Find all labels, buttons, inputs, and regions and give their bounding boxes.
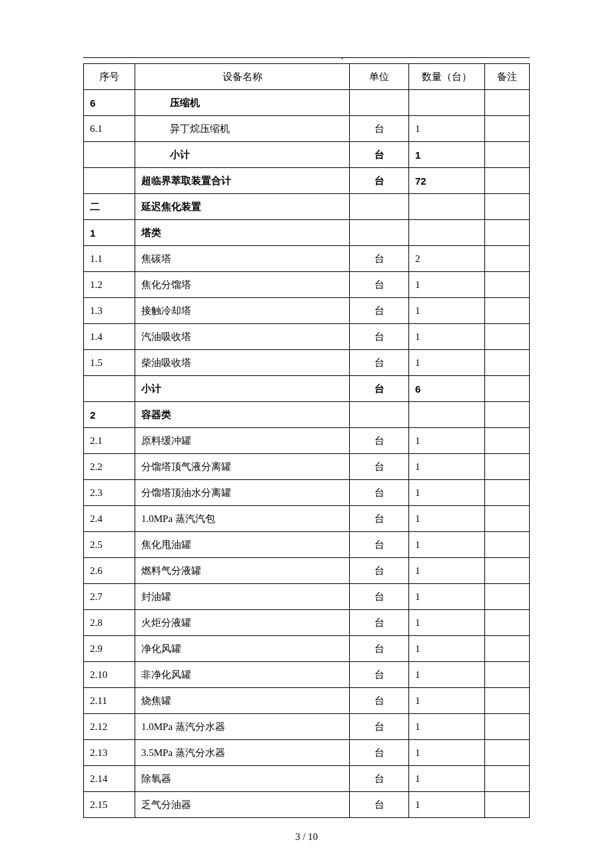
table-row: 2.7封油罐台1 bbox=[84, 584, 530, 610]
cell-name: 柴油吸收塔 bbox=[135, 350, 350, 376]
cell-qty: 1 bbox=[409, 636, 485, 662]
cell-note bbox=[485, 246, 530, 272]
cell-name: 异丁烷压缩机 bbox=[135, 116, 350, 142]
cell-idx: 2.15 bbox=[84, 792, 135, 818]
cell-idx: 2.6 bbox=[84, 558, 135, 584]
table-row: 2.8火炬分液罐台1 bbox=[84, 610, 530, 636]
page-footer: 3 / 10 bbox=[0, 831, 613, 843]
cell-unit: 台 bbox=[350, 142, 409, 168]
cell-idx: 2.11 bbox=[84, 688, 135, 714]
cell-name: 非净化风罐 bbox=[135, 662, 350, 688]
cell-unit: 台 bbox=[350, 480, 409, 506]
cell-note bbox=[485, 428, 530, 454]
cell-qty: 1 bbox=[409, 142, 485, 168]
cell-note bbox=[485, 584, 530, 610]
cell-idx: 6 bbox=[84, 90, 135, 116]
cell-qty: 1 bbox=[409, 454, 485, 480]
table-row: 小计台1 bbox=[84, 142, 530, 168]
cell-qty bbox=[409, 402, 485, 428]
table-row: 2.1原料缓冲罐台1 bbox=[84, 428, 530, 454]
table-row: 2.3分馏塔顶油水分离罐台1 bbox=[84, 480, 530, 506]
cell-note bbox=[485, 402, 530, 428]
cell-name: 烧焦罐 bbox=[135, 688, 350, 714]
cell-note bbox=[485, 480, 530, 506]
cell-note bbox=[485, 272, 530, 298]
col-header-name: 设备名称 bbox=[135, 64, 350, 90]
cell-unit: 台 bbox=[350, 610, 409, 636]
cell-qty: 72 bbox=[409, 168, 485, 194]
cell-idx bbox=[84, 376, 135, 402]
cell-unit: 台 bbox=[350, 766, 409, 792]
cell-note bbox=[485, 220, 530, 246]
cell-note bbox=[485, 506, 530, 532]
cell-note bbox=[485, 714, 530, 740]
cell-name: 1.0MPa 蒸汽汽包 bbox=[135, 506, 350, 532]
cell-name: 焦碳塔 bbox=[135, 246, 350, 272]
cell-qty: 1 bbox=[409, 116, 485, 142]
table-row: 2.15乏气分油器台1 bbox=[84, 792, 530, 818]
cell-qty: 6 bbox=[409, 376, 485, 402]
cell-name: 容器类 bbox=[135, 402, 350, 428]
cell-unit: 台 bbox=[350, 532, 409, 558]
cell-qty: 1 bbox=[409, 272, 485, 298]
table-row: 2容器类 bbox=[84, 402, 530, 428]
cell-note bbox=[485, 116, 530, 142]
cell-note bbox=[485, 766, 530, 792]
cell-idx: 1.4 bbox=[84, 324, 135, 350]
cell-note bbox=[485, 558, 530, 584]
cell-qty: 1 bbox=[409, 532, 485, 558]
page: . 序号 设备名称 单位 数量（台） 备注 6压缩机6.1异丁烷压缩机台1小计台… bbox=[0, 0, 613, 868]
cell-qty: 1 bbox=[409, 766, 485, 792]
cell-qty: 1 bbox=[409, 350, 485, 376]
cell-unit: 台 bbox=[350, 298, 409, 324]
cell-qty: 1 bbox=[409, 662, 485, 688]
cell-qty: 1 bbox=[409, 558, 485, 584]
cell-note bbox=[485, 636, 530, 662]
cell-unit: 台 bbox=[350, 428, 409, 454]
table-row: 1.2焦化分馏塔台1 bbox=[84, 272, 530, 298]
cell-unit bbox=[350, 220, 409, 246]
cell-unit: 台 bbox=[350, 116, 409, 142]
cell-note bbox=[485, 688, 530, 714]
cell-name: 延迟焦化装置 bbox=[135, 194, 350, 220]
cell-note bbox=[485, 324, 530, 350]
cell-name: 汽油吸收塔 bbox=[135, 324, 350, 350]
cell-name: 小计 bbox=[135, 376, 350, 402]
cell-name: 塔类 bbox=[135, 220, 350, 246]
cell-qty: 1 bbox=[409, 324, 485, 350]
table-row: 1塔类 bbox=[84, 220, 530, 246]
table-row: 2.10非净化风罐台1 bbox=[84, 662, 530, 688]
cell-name: 超临界萃取装置合计 bbox=[135, 168, 350, 194]
cell-idx: 1.2 bbox=[84, 272, 135, 298]
cell-unit: 台 bbox=[350, 662, 409, 688]
cell-qty: 1 bbox=[409, 688, 485, 714]
equipment-table: 序号 设备名称 单位 数量（台） 备注 6压缩机6.1异丁烷压缩机台1小计台1超… bbox=[83, 63, 530, 818]
cell-qty: 1 bbox=[409, 480, 485, 506]
cell-qty: 1 bbox=[409, 428, 485, 454]
cell-name: 原料缓冲罐 bbox=[135, 428, 350, 454]
cell-idx bbox=[84, 142, 135, 168]
cell-idx: 2.12 bbox=[84, 714, 135, 740]
col-header-idx: 序号 bbox=[84, 64, 135, 90]
table-row: 2.41.0MPa 蒸汽汽包台1 bbox=[84, 506, 530, 532]
cell-idx: 2.2 bbox=[84, 454, 135, 480]
table-row: 1.3接触冷却塔台1 bbox=[84, 298, 530, 324]
table-row: 6压缩机 bbox=[84, 90, 530, 116]
table-row: 2.2分馏塔顶气液分离罐台1 bbox=[84, 454, 530, 480]
cell-name: 乏气分油器 bbox=[135, 792, 350, 818]
cell-qty: 1 bbox=[409, 714, 485, 740]
cell-name: 3.5MPa 蒸汽分水器 bbox=[135, 740, 350, 766]
table-body: 6压缩机6.1异丁烷压缩机台1小计台1超临界萃取装置合计台72二延迟焦化装置1塔… bbox=[84, 90, 530, 818]
cell-idx: 2.13 bbox=[84, 740, 135, 766]
table-row: 2.9净化风罐台1 bbox=[84, 636, 530, 662]
col-header-unit: 单位 bbox=[350, 64, 409, 90]
cell-idx: 2.3 bbox=[84, 480, 135, 506]
cell-unit: 台 bbox=[350, 740, 409, 766]
cell-note bbox=[485, 168, 530, 194]
cell-unit bbox=[350, 90, 409, 116]
cell-name: 焦化分馏塔 bbox=[135, 272, 350, 298]
cell-unit bbox=[350, 194, 409, 220]
cell-name: 净化风罐 bbox=[135, 636, 350, 662]
table-row: 2.11烧焦罐台1 bbox=[84, 688, 530, 714]
cell-qty: 2 bbox=[409, 246, 485, 272]
